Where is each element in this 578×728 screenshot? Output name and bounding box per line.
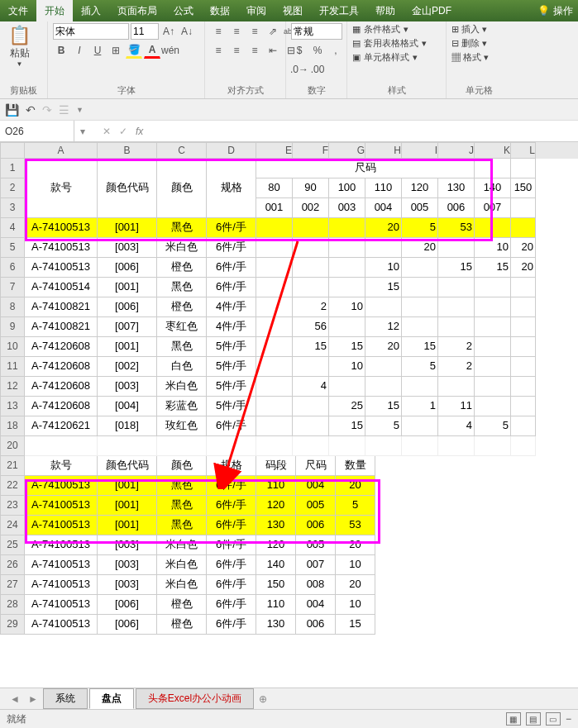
cell[interactable]: 黑色 bbox=[157, 218, 207, 238]
cell[interactable] bbox=[207, 198, 256, 218]
cell[interactable]: 12 bbox=[365, 317, 402, 337]
name-box-dropdown-icon[interactable]: ▾ bbox=[74, 126, 91, 137]
cell[interactable] bbox=[293, 416, 329, 436]
cell[interactable]: 56 bbox=[293, 317, 329, 337]
cell[interactable]: 橙色 bbox=[157, 258, 207, 278]
cell[interactable] bbox=[475, 297, 511, 317]
row-header[interactable]: 7 bbox=[0, 278, 25, 297]
cell[interactable]: A-74120608 bbox=[25, 357, 98, 377]
cell[interactable]: 53 bbox=[336, 516, 375, 535]
cell[interactable] bbox=[511, 297, 536, 317]
tell-me[interactable]: 💡操作 bbox=[537, 0, 578, 21]
cell[interactable]: 款号 bbox=[25, 178, 98, 198]
cell[interactable] bbox=[475, 317, 511, 337]
cell[interactable]: 10 bbox=[475, 238, 511, 258]
cell[interactable] bbox=[511, 317, 536, 337]
row-header[interactable]: 25 bbox=[0, 535, 25, 555]
cell[interactable]: 6件/手 bbox=[207, 218, 256, 238]
enter-formula-icon[interactable]: ✓ bbox=[119, 126, 127, 137]
row-header[interactable]: 28 bbox=[0, 595, 25, 615]
row-header[interactable]: 8 bbox=[0, 297, 25, 317]
col-header-L[interactable]: L bbox=[511, 142, 536, 159]
cell[interactable]: 枣红色 bbox=[157, 317, 207, 337]
cell[interactable]: 20 bbox=[336, 575, 375, 595]
cell[interactable]: 5 bbox=[402, 218, 438, 238]
cell[interactable]: 10 bbox=[329, 297, 365, 317]
undo-icon[interactable]: ↶ bbox=[26, 103, 36, 117]
font-name-select[interactable] bbox=[53, 23, 129, 40]
cell[interactable] bbox=[256, 397, 293, 416]
col-header-D[interactable]: D bbox=[207, 142, 256, 159]
cell[interactable]: 20 bbox=[402, 238, 438, 258]
cell[interactable] bbox=[402, 258, 438, 278]
normal-view-icon[interactable]: ▦ bbox=[506, 712, 521, 726]
cell[interactable]: 6件/手 bbox=[207, 278, 256, 297]
cell[interactable] bbox=[365, 297, 402, 317]
cell[interactable]: 6件/手 bbox=[207, 535, 256, 555]
cell[interactable]: A-74120621 bbox=[25, 416, 98, 436]
tab-nav-next-icon[interactable]: ► bbox=[25, 693, 41, 705]
cell[interactable]: [006] bbox=[98, 595, 157, 615]
cell[interactable]: 6件/手 bbox=[207, 496, 256, 516]
cell[interactable] bbox=[25, 198, 98, 218]
cell[interactable] bbox=[438, 278, 475, 297]
cell[interactable] bbox=[25, 159, 98, 178]
cell[interactable]: 130 bbox=[256, 615, 296, 635]
cell[interactable] bbox=[511, 218, 536, 238]
cell[interactable]: 150 bbox=[511, 178, 536, 198]
cell[interactable]: A-74100513 bbox=[25, 595, 98, 615]
increase-font-icon[interactable]: A↑ bbox=[160, 23, 177, 40]
row-header[interactable]: 21 bbox=[0, 456, 25, 476]
cancel-formula-icon[interactable]: ✕ bbox=[103, 126, 111, 137]
cell[interactable]: 数量 bbox=[336, 456, 375, 476]
cell[interactable] bbox=[293, 278, 329, 297]
align-mid-icon[interactable]: ≡ bbox=[228, 23, 245, 40]
cell[interactable]: 120 bbox=[256, 496, 296, 516]
cell[interactable] bbox=[157, 436, 207, 456]
cell[interactable]: 11 bbox=[438, 397, 475, 416]
cell[interactable]: 橙色 bbox=[157, 615, 207, 635]
cell[interactable]: 4件/手 bbox=[207, 317, 256, 337]
menu-data[interactable]: 数据 bbox=[202, 0, 238, 21]
row-header[interactable]: 27 bbox=[0, 575, 25, 595]
cell[interactable] bbox=[329, 436, 365, 456]
cell[interactable] bbox=[511, 397, 536, 416]
cell[interactable]: 米白色 bbox=[157, 555, 207, 575]
cell[interactable]: 6件/手 bbox=[207, 555, 256, 575]
align-top-icon[interactable]: ≡ bbox=[210, 23, 227, 40]
cell[interactable]: 15 bbox=[293, 337, 329, 357]
row-header[interactable]: 26 bbox=[0, 555, 25, 575]
cell[interactable]: [003] bbox=[98, 575, 157, 595]
cell[interactable] bbox=[438, 436, 475, 456]
menu-file[interactable]: 文件 bbox=[0, 0, 36, 21]
sheet-tab-1[interactable]: 盘点 bbox=[89, 688, 134, 709]
decrease-font-icon[interactable]: A↓ bbox=[179, 23, 195, 40]
cell[interactable]: 130 bbox=[438, 178, 475, 198]
row-header[interactable]: 18 bbox=[0, 416, 25, 436]
cell[interactable]: 005 bbox=[296, 496, 336, 516]
cell[interactable]: 120 bbox=[256, 535, 296, 555]
col-header-J[interactable]: J bbox=[438, 142, 475, 159]
cell[interactable] bbox=[329, 218, 365, 238]
cell[interactable] bbox=[475, 278, 511, 297]
inc-decimal-icon[interactable]: .0→ bbox=[291, 61, 308, 78]
col-header-B[interactable]: B bbox=[98, 142, 157, 159]
menu-dev[interactable]: 开发工具 bbox=[311, 0, 367, 21]
cell[interactable]: [006] bbox=[98, 615, 157, 635]
cell[interactable]: [002] bbox=[98, 357, 157, 377]
cell[interactable]: 15 bbox=[475, 258, 511, 278]
cell[interactable]: 002 bbox=[293, 198, 329, 218]
cell[interactable]: 6件/手 bbox=[207, 575, 256, 595]
insert-cells-button[interactable]: ⊞ 插入 ▾ bbox=[451, 23, 487, 36]
row-header[interactable]: 4 bbox=[0, 218, 25, 238]
worksheet[interactable]: ABCDEFGHIJKL 1尺码2款号颜色代码颜色规格8090100110120… bbox=[0, 142, 578, 688]
touch-icon[interactable]: ☰ bbox=[59, 103, 69, 117]
col-header-K[interactable]: K bbox=[475, 142, 511, 159]
font-size-select[interactable] bbox=[131, 23, 159, 40]
cell[interactable] bbox=[293, 238, 329, 258]
cell[interactable]: 006 bbox=[296, 615, 336, 635]
cell[interactable]: 53 bbox=[438, 218, 475, 238]
cell[interactable] bbox=[329, 278, 365, 297]
cell[interactable]: 尺码 bbox=[256, 159, 475, 178]
cell[interactable]: 005 bbox=[296, 535, 336, 555]
